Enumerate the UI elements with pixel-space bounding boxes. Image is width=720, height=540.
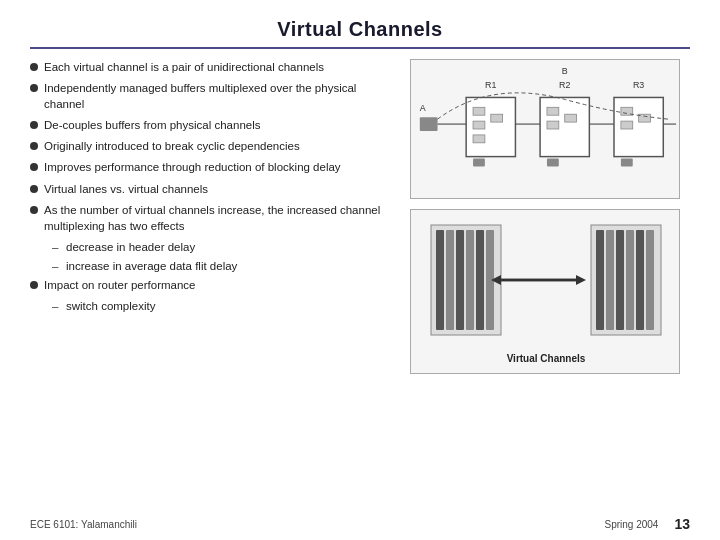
svg-text:R2: R2 xyxy=(559,80,570,90)
bullet-6: Virtual lanes vs. virtual channels xyxy=(30,181,390,197)
svg-rect-3 xyxy=(473,107,485,115)
svg-text:R3: R3 xyxy=(633,80,644,90)
left-column: Each virtual channel is a pair of unidir… xyxy=(30,59,390,519)
sub-bullet-7-1: – decrease in header delay xyxy=(52,239,390,255)
svg-rect-10 xyxy=(547,121,559,129)
bullet-5: Improves performance through reduction o… xyxy=(30,159,390,175)
bullet-dot-1 xyxy=(30,63,38,71)
svg-rect-30 xyxy=(446,230,454,330)
svg-rect-23 xyxy=(621,159,633,167)
sub-bullet-text-8-1: switch complexity xyxy=(66,298,155,314)
bullet-dot-6 xyxy=(30,185,38,193)
footer: ECE 6101: Yalamanchili Spring 2004 13 xyxy=(30,516,690,532)
sub-dash-7-2: – xyxy=(52,258,60,274)
bullet-1: Each virtual channel is a pair of unidir… xyxy=(30,59,390,75)
svg-rect-4 xyxy=(473,121,485,129)
sub-dash-8-1: – xyxy=(52,298,60,314)
svg-rect-31 xyxy=(456,230,464,330)
bullet-dot-7 xyxy=(30,206,38,214)
bullet-dot-3 xyxy=(30,121,38,129)
bullet-text-5: Improves performance through reduction o… xyxy=(44,159,390,175)
svg-text:A: A xyxy=(420,103,426,113)
svg-rect-5 xyxy=(473,135,485,143)
course-label: ECE 6101: Yalamanchili xyxy=(30,519,137,530)
sub-dash-7-1: – xyxy=(52,239,60,255)
slide: Virtual Channels Each virtual channel is… xyxy=(0,0,720,540)
bullet-text-8: Impact on router performance xyxy=(44,277,390,293)
svg-rect-15 xyxy=(621,121,633,129)
bullet-text-2: Independently managed buffers multiplexe… xyxy=(44,80,390,112)
svg-rect-43 xyxy=(626,230,634,330)
bullet-7: As the number of virtual channels increa… xyxy=(30,202,390,234)
title-underline xyxy=(30,47,690,49)
semester-label: Spring 2004 xyxy=(604,519,658,530)
bullet-8: Impact on router performance xyxy=(30,277,390,293)
bullet-dot-2 xyxy=(30,84,38,92)
svg-rect-44 xyxy=(636,230,644,330)
svg-text:B: B xyxy=(562,66,568,76)
svg-rect-29 xyxy=(436,230,444,330)
svg-rect-33 xyxy=(476,230,484,330)
svg-rect-32 xyxy=(466,230,474,330)
bullet-dot-5 xyxy=(30,163,38,171)
router-diagram: R1 R2 R3 xyxy=(410,59,680,199)
svg-rect-11 xyxy=(565,114,577,122)
bullet-text-1: Each virtual channel is a pair of unidir… xyxy=(44,59,390,75)
right-column: R1 R2 R3 xyxy=(400,59,690,519)
footer-right: Spring 2004 13 xyxy=(604,516,690,532)
bullet-4: Originally introduced to break cyclic de… xyxy=(30,138,390,154)
bullet-dot-8 xyxy=(30,281,38,289)
bullet-text-7: As the number of virtual channels increa… xyxy=(44,202,390,234)
svg-text:R1: R1 xyxy=(485,80,496,90)
sub-bullet-7-2: – increase in average data flit delay xyxy=(52,258,390,274)
svg-rect-41 xyxy=(606,230,614,330)
bullet-text-6: Virtual lanes vs. virtual channels xyxy=(44,181,390,197)
svg-rect-22 xyxy=(547,159,559,167)
svg-rect-40 xyxy=(596,230,604,330)
svg-rect-0 xyxy=(420,117,438,131)
slide-title: Virtual Channels xyxy=(30,18,690,41)
bullet-3: De-couples buffers from physical channel… xyxy=(30,117,390,133)
bullet-dot-4 xyxy=(30,142,38,150)
page-number: 13 xyxy=(674,516,690,532)
vc-diagram: Virtual Channels xyxy=(410,209,680,374)
svg-rect-9 xyxy=(547,107,559,115)
svg-rect-45 xyxy=(646,230,654,330)
content-area: Each virtual channel is a pair of unidir… xyxy=(30,59,690,519)
svg-text:Virtual Channels: Virtual Channels xyxy=(507,353,586,364)
svg-marker-36 xyxy=(576,275,586,285)
sub-bullet-text-7-1: decrease in header delay xyxy=(66,239,195,255)
bullet-text-3: De-couples buffers from physical channel… xyxy=(44,117,390,133)
bullet-text-4: Originally introduced to break cyclic de… xyxy=(44,138,390,154)
sub-bullet-text-7-2: increase in average data flit delay xyxy=(66,258,237,274)
bullet-2: Independently managed buffers multiplexe… xyxy=(30,80,390,112)
svg-rect-21 xyxy=(473,159,485,167)
svg-rect-42 xyxy=(616,230,624,330)
sub-bullet-8-1: – switch complexity xyxy=(52,298,390,314)
svg-rect-6 xyxy=(491,114,503,122)
